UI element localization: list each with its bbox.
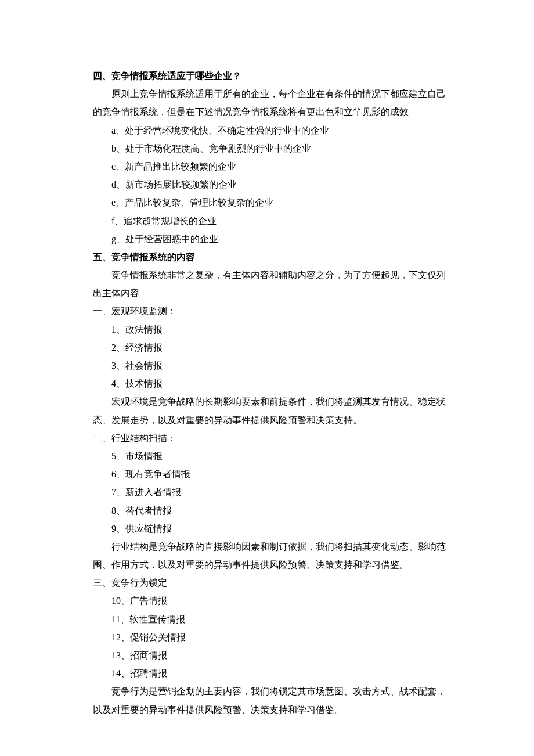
sub1-item-4: 4、技术情报: [93, 375, 450, 393]
sub2-item-8: 8、替代者情报: [93, 502, 450, 520]
sub2-title: 二、行业结构扫描：: [93, 429, 450, 447]
item-letter: b、: [111, 143, 125, 153]
item-text: 追求超常规增长的企业: [124, 216, 217, 226]
item-letter: f、: [111, 216, 124, 226]
sub1-title: 一、宏观环境监测：: [93, 302, 450, 320]
s4-item-e: e、产品比较复杂、管理比较复杂的企业: [93, 193, 450, 211]
item-text: 处于经营环境变化快、不确定性强的行业中的企业: [125, 125, 329, 135]
sub2-item-9: 9、供应链情报: [93, 520, 450, 538]
sub2-item-7: 7、新进入者情报: [93, 483, 450, 501]
sub2-item-6: 6、现有竞争者情报: [93, 465, 450, 483]
s4-item-c: c、新产品推出比较频繁的企业: [93, 157, 450, 175]
sub3-item-10: 10、广告情报: [93, 592, 450, 610]
item-text: 产品比较复杂、管理比较复杂的企业: [125, 197, 273, 207]
section4-intro: 原则上竞争情报系统适用于所有的企业，每个企业在有条件的情况下都应建立自己的竞争情…: [93, 85, 450, 121]
sub1-item-2: 2、经济情报: [93, 339, 450, 357]
sub3-desc: 竞争行为是营销企划的主要内容，我们将锁定其市场意图、攻击方式、战术配套，以及对重…: [93, 682, 450, 718]
sub3-item-13: 13、招商情报: [93, 646, 450, 664]
sub3-item-14: 14、招聘情报: [93, 664, 450, 682]
s4-item-b: b、处于市场化程度高、竞争剧烈的行业中的企业: [93, 139, 450, 157]
sub2-desc: 行业结构是竞争战略的直接影响因素和制订依据，我们将扫描其变化动态、影响范围、作用…: [93, 538, 450, 574]
sub3-title: 三、竞争行为锁定: [93, 574, 450, 592]
item-letter: d、: [111, 179, 125, 189]
item-letter: c、: [111, 161, 125, 171]
item-letter: g、: [111, 234, 125, 244]
sub1-desc: 宏观环境是竞争战略的长期影响要素和前提条件，我们将监测其发育情况、稳定状态、发展…: [93, 393, 450, 429]
item-text: 新产品推出比较频繁的企业: [125, 161, 236, 171]
item-text: 新市场拓展比较频繁的企业: [125, 179, 237, 189]
item-letter: a、: [111, 125, 125, 135]
section5-intro: 竞争情报系统非常之复杂，有主体内容和辅助内容之分，为了方便起见，下文仅列出主体内…: [93, 266, 450, 302]
item-text: 处于市场化程度高、竞争剧烈的行业中的企业: [125, 143, 311, 153]
s4-item-g: g、处于经营困惑中的企业: [93, 230, 450, 248]
sub2-item-5: 5、市场情报: [93, 447, 450, 465]
s4-item-f: f、追求超常规增长的企业: [93, 212, 450, 230]
sub3-item-11: 11、软性宣传情报: [93, 610, 450, 628]
item-text: 处于经营困惑中的企业: [125, 234, 218, 244]
sub3-item-12: 12、促销公关情报: [93, 628, 450, 646]
s4-item-d: d、新市场拓展比较频繁的企业: [93, 175, 450, 193]
sub1-item-1: 1、政法情报: [93, 321, 450, 339]
s4-item-a: a、处于经营环境变化快、不确定性强的行业中的企业: [93, 121, 450, 139]
sub1-item-3: 3、社会情报: [93, 357, 450, 375]
section5-heading: 五、竞争情报系统的内容: [93, 248, 450, 266]
section4-heading: 四、竞争情报系统适应于哪些企业？: [93, 67, 450, 85]
item-letter: e、: [111, 197, 125, 207]
